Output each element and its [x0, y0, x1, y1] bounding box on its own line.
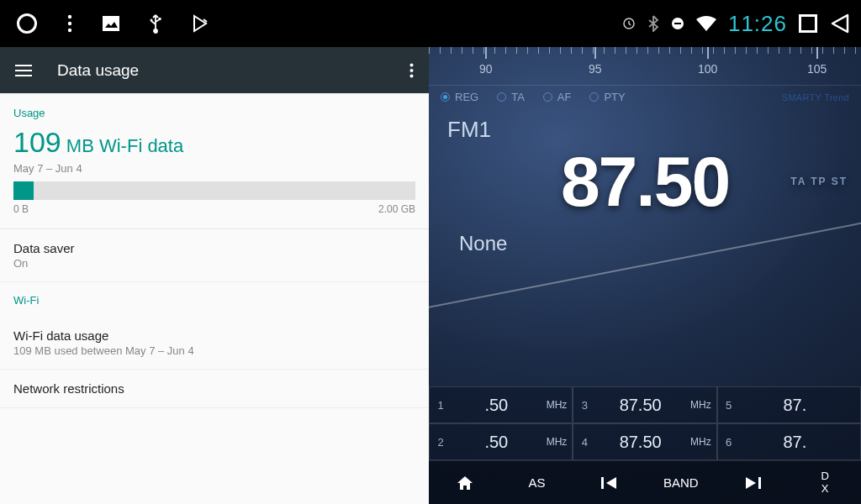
bar-labels: 0 B 2.00 GB [13, 203, 415, 215]
play-store-icon [192, 14, 209, 33]
preset-num: 5 [718, 399, 740, 412]
usage-amount: 109 MB Wi-Fi data [13, 126, 415, 159]
svg-point-2 [68, 29, 71, 32]
as-button[interactable]: AS [501, 461, 573, 504]
status-right: 11:26 [622, 11, 851, 37]
opt-reg[interactable]: REG [441, 91, 478, 103]
preset-button[interactable]: 1.50MHz [429, 386, 573, 423]
preset-freq: .50 [452, 433, 541, 452]
svg-point-6 [151, 19, 153, 22]
side-flags: TA TP ST [790, 176, 848, 186]
overflow-icon[interactable] [409, 63, 414, 78]
svg-rect-10 [15, 65, 32, 66]
dnd-icon [671, 17, 684, 30]
svg-point-14 [410, 69, 414, 72]
preset-button[interactable]: 2.50MHz [429, 423, 573, 460]
band-button[interactable]: BAND [645, 461, 717, 504]
usage-label: Usage [13, 107, 415, 119]
bar-max: 2.00 GB [378, 203, 415, 215]
data-saver-title: Data saver [13, 241, 415, 255]
preset-freq: 87. [740, 396, 850, 415]
bluetooth-icon [647, 15, 659, 32]
preset-unit: MHz [541, 399, 573, 411]
dial-mark: 90 [479, 47, 493, 85]
preset-unit: MHz [685, 399, 716, 411]
svg-point-4 [154, 29, 157, 33]
preset-button[interactable]: 487.50MHz [573, 423, 716, 460]
preset-num: 6 [718, 436, 740, 449]
preset-grid: 1.50MHz387.50MHz587.2.50MHz487.50MHz687. [429, 386, 861, 460]
settings-pane: Data usage Usage 109 MB Wi-Fi data May 7… [0, 47, 429, 504]
band-label[interactable]: FM1 [447, 117, 843, 143]
svg-rect-11 [15, 70, 32, 71]
usage-bar-fill [13, 181, 34, 200]
rds-text: None [459, 232, 843, 255]
prev-button[interactable] [573, 461, 645, 504]
dial-mark: 95 [589, 47, 602, 85]
preset-freq: 87.50 [595, 433, 685, 452]
next-button[interactable] [717, 461, 790, 504]
usage-unit: MB Wi-Fi data [66, 135, 183, 156]
more-vert-icon[interactable] [67, 14, 72, 33]
network-restrictions-title: Network restrictions [13, 381, 415, 396]
svg-point-13 [410, 63, 414, 66]
status-bar: 11:26 [0, 0, 861, 47]
opt-ta[interactable]: TA [497, 91, 525, 103]
wifi-label: Wi-Fi [13, 294, 415, 307]
svg-rect-12 [15, 75, 32, 76]
data-saver-sub: On [13, 257, 415, 270]
recent-apps-circle-icon[interactable] [17, 13, 37, 34]
usage-number: 109 [13, 126, 61, 158]
frequency-dial[interactable]: 9095100105 [429, 47, 861, 86]
preset-button[interactable]: 687. [717, 423, 861, 460]
data-saver-row[interactable]: Data saver On [0, 229, 429, 282]
preset-unit: MHz [685, 436, 716, 448]
wifi-usage-row[interactable]: Wi-Fi data usage 109 MB used between May… [0, 317, 429, 370]
svg-point-1 [68, 22, 71, 25]
svg-rect-17 [758, 477, 761, 489]
svg-rect-5 [159, 18, 161, 20]
preset-button[interactable]: 587. [717, 386, 861, 423]
svg-rect-9 [674, 23, 681, 24]
app-header: Data usage [0, 47, 429, 93]
svg-rect-16 [601, 477, 604, 489]
wifi-icon [696, 16, 716, 31]
svg-point-15 [410, 74, 414, 77]
image-icon [103, 16, 119, 31]
radio-pane: 9095100105 REG TA AF PTY SMARTY Trend FM… [429, 47, 861, 504]
radio-nav: AS BAND DX [429, 460, 861, 504]
date-range: May 7 – Jun 4 [13, 162, 415, 175]
radio-main: FM1 87.50 TA TP ST None [429, 105, 861, 386]
opt-af[interactable]: AF [543, 91, 572, 103]
radio-options: REG TA AF PTY SMARTY Trend [429, 86, 861, 105]
preset-num: 2 [430, 436, 452, 449]
menu-icon[interactable] [15, 65, 32, 76]
usage-bar [13, 181, 415, 200]
preset-num: 3 [573, 399, 595, 412]
preset-button[interactable]: 387.50MHz [573, 386, 716, 423]
usb-icon [150, 13, 161, 34]
preset-freq: 87. [740, 433, 850, 452]
usage-section: Usage 109 MB Wi-Fi data May 7 – Jun 4 0 … [0, 93, 429, 229]
dial-mark: 105 [807, 47, 827, 85]
preset-num: 1 [430, 399, 452, 412]
preset-freq: 87.50 [595, 396, 685, 415]
network-restrictions-row[interactable]: Network restrictions [0, 370, 429, 408]
preset-freq: .50 [452, 396, 541, 415]
brand-label: SMARTY Trend [782, 92, 849, 102]
back-icon[interactable] [829, 13, 851, 34]
page-title: Data usage [57, 61, 409, 80]
status-time: 11:26 [728, 11, 787, 37]
dial-mark: 100 [698, 47, 717, 85]
bar-min: 0 B [13, 203, 29, 215]
frequency-display: 87.50 TA TP ST [447, 146, 843, 217]
dx-button[interactable]: DX [789, 461, 861, 504]
svg-rect-3 [103, 16, 119, 31]
sync-icon [622, 17, 636, 30]
recents-square-icon[interactable] [799, 14, 817, 33]
home-button[interactable] [429, 461, 501, 504]
svg-point-0 [68, 15, 71, 18]
opt-pty[interactable]: PTY [589, 91, 625, 103]
status-left [10, 13, 209, 34]
wifi-usage-title: Wi-Fi data usage [13, 328, 415, 343]
